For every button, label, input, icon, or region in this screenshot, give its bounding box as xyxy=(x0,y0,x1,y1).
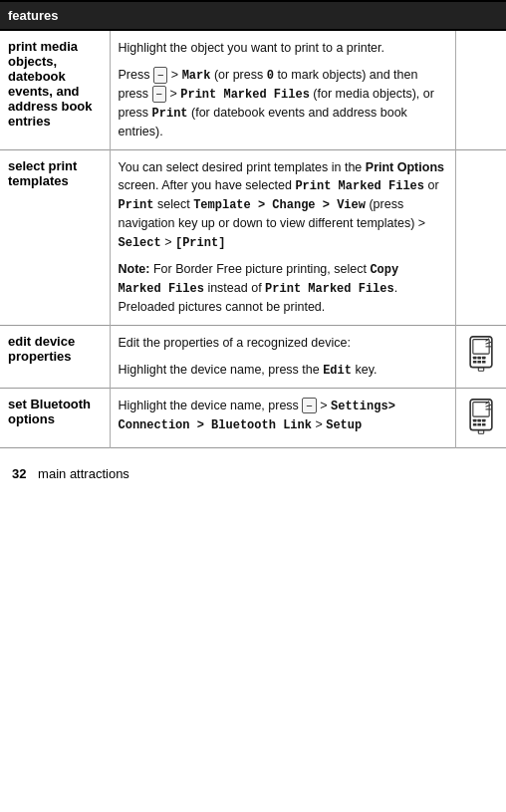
svg-rect-18 xyxy=(477,422,481,425)
table-row: edit device properties Edit the properti… xyxy=(0,325,506,388)
feature-label: select print templates xyxy=(0,149,110,325)
svg-rect-6 xyxy=(477,361,481,364)
desc-para-6: Highlight the device name, press the Edi… xyxy=(119,361,448,380)
page-footer: 32 main attractions xyxy=(0,448,506,489)
feature-label: set Bluetooth options xyxy=(0,388,110,447)
feature-desc: Highlight the object you want to print t… xyxy=(110,30,456,149)
device-icon-cell-1 xyxy=(456,325,507,388)
menu-key-1: − xyxy=(153,67,167,83)
svg-rect-15 xyxy=(477,418,481,421)
svg-line-22 xyxy=(486,405,491,406)
features-table: features print media objects, datebook e… xyxy=(0,0,506,448)
desc-para-5: Edit the properties of a recognized devi… xyxy=(119,334,448,353)
table-row: set Bluetooth options Highlight the devi… xyxy=(0,388,506,447)
footer-title: main attractions xyxy=(38,466,129,481)
table-row: select print templates You can select de… xyxy=(0,149,506,325)
table-row: print media objects, datebook events, an… xyxy=(0,30,506,149)
svg-rect-3 xyxy=(477,357,481,360)
svg-rect-8 xyxy=(478,367,483,371)
desc-para-3: You can select desired print templates i… xyxy=(119,158,448,253)
feature-label: print media objects, datebook events, an… xyxy=(0,30,110,149)
svg-rect-5 xyxy=(473,361,477,364)
device-icon-1 xyxy=(464,336,498,374)
device-icon-cell-2 xyxy=(456,388,507,447)
icon-cell-empty-1 xyxy=(456,30,507,149)
icon-cell-empty-2 xyxy=(456,149,507,325)
feature-label: edit device properties xyxy=(0,325,110,388)
svg-rect-2 xyxy=(473,357,477,360)
svg-rect-19 xyxy=(482,422,486,425)
svg-rect-4 xyxy=(482,357,486,360)
device-icon-2 xyxy=(464,399,498,436)
table-header: features xyxy=(0,1,506,30)
feature-desc: You can select desired print templates i… xyxy=(110,149,456,325)
svg-rect-17 xyxy=(473,422,477,425)
svg-rect-16 xyxy=(482,418,486,421)
desc-para-7: Highlight the device name, press − > Set… xyxy=(119,397,448,434)
desc-para-2: Press − > Mark (or press 0 to mark objec… xyxy=(119,66,448,141)
page-wrapper: features print media objects, datebook e… xyxy=(0,0,506,489)
svg-rect-7 xyxy=(482,361,486,364)
svg-rect-14 xyxy=(473,418,477,421)
feature-desc: Highlight the device name, press − > Set… xyxy=(110,388,456,447)
page-number: 32 xyxy=(12,466,26,481)
svg-line-10 xyxy=(486,342,491,344)
svg-rect-20 xyxy=(478,429,483,433)
desc-para-4: Note: For Border Free picture printing, … xyxy=(119,260,448,317)
menu-key-2: − xyxy=(152,86,166,102)
feature-desc: Edit the properties of a recognized devi… xyxy=(110,325,456,388)
menu-key-3: − xyxy=(302,398,316,413)
desc-para-1: Highlight the object you want to print t… xyxy=(119,39,448,58)
